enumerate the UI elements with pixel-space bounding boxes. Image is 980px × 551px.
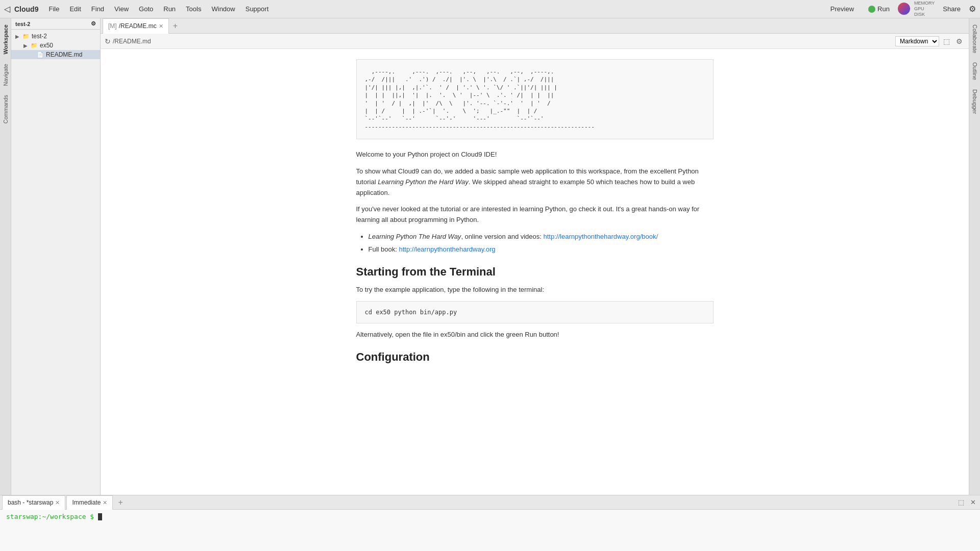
bottom-tab-add-button[interactable]: + (114, 495, 127, 510)
bottom-tab-immediate-label: Immediate (72, 499, 101, 506)
filetree-header: test-2 ⚙ (11, 18, 100, 30)
share-button[interactable]: Share (939, 3, 965, 15)
right-icons: MEMORY GPU DISK Share ⚙ (898, 1, 976, 17)
heading-config: Configuration (356, 350, 714, 364)
sidebar-tab-commands[interactable]: Commands (2, 91, 10, 128)
menu-file[interactable]: File (44, 3, 63, 15)
alternatively-text: Alternatively, open the file in ex50/bin… (356, 330, 714, 340)
terminal-cursor (98, 513, 102, 520)
menu-goto[interactable]: Goto (135, 3, 157, 15)
bottom-tab-bash-close[interactable]: ✕ (55, 499, 60, 506)
editor-tab-readme[interactable]: [M] /README.mc ✕ (103, 18, 169, 34)
sidebar-tab-workspace[interactable]: Workspace (2, 20, 10, 59)
tree-label-ex50: ex50 (40, 42, 53, 49)
intro-paragraph: Welcome to your Python project on Cloud9… (356, 149, 714, 160)
editor-area: [M] /README.mc ✕ + ↻ /README.md Markdown… (101, 18, 969, 495)
collapse-icon[interactable]: ◁ (4, 4, 10, 14)
tree-item-readme[interactable]: 📄 README.md (11, 50, 100, 59)
mode-select[interactable]: Markdown (895, 36, 939, 46)
left-sidebar-tabs: Workspace Navigate Commands (0, 18, 11, 495)
tree-item-ex50[interactable]: ▶ 📁 ex50 (11, 41, 100, 50)
terminal-content[interactable]: starswap:~/workspace $ (0, 510, 980, 551)
link-book[interactable]: http://learnpythonthehardway.org/book/ (544, 233, 658, 240)
menu-tools[interactable]: Tools (182, 3, 205, 15)
run-circle-icon (868, 6, 875, 13)
sidebar-tab-collaborate[interactable]: Collaborate (971, 20, 979, 57)
refresh-button[interactable]: ↻ (105, 37, 111, 45)
file-tree: test-2 ⚙ ▶ 📁 test-2 ▶ 📁 ex50 📄 README.md (11, 18, 101, 495)
bottom-tab-bash[interactable]: bash - *starswap ✕ (2, 495, 65, 510)
body-paragraph-2: If you've never looked at the tutorial o… (356, 204, 714, 226)
markdown-content: ,----,. ,---. ,---. ,--, ,--. ,--, ,----… (356, 59, 714, 364)
filetree-content: ▶ 📁 test-2 ▶ 📁 ex50 📄 README.md (11, 30, 100, 495)
code-block: cd ex50 python bin/app.py (356, 301, 714, 323)
file-icon-readme: 📄 (37, 52, 44, 58)
settings-gear-icon[interactable]: ⚙ (969, 4, 976, 14)
tab-close-button[interactable]: ✕ (159, 23, 163, 30)
ascii-art-block: ,----,. ,---. ,---. ,--, ,--. ,--, ,----… (356, 59, 714, 139)
bottom-tab-immediate[interactable]: Immediate ✕ (66, 495, 113, 510)
terminal-intro: To try the example application, type the… (356, 285, 714, 295)
menu-find[interactable]: Find (87, 3, 108, 15)
list-item-online: Learning Python The Hard Way, online ver… (369, 232, 714, 242)
resources-list: Learning Python The Hard Way, online ver… (369, 232, 714, 255)
external-link-icon[interactable]: ⬚ (941, 37, 952, 45)
tab-filename: /README.mc (119, 22, 157, 30)
terminal-prompt: starswap:~/workspace $ (6, 513, 94, 520)
tab-add-button[interactable]: + (169, 18, 182, 34)
menu-view[interactable]: View (110, 3, 133, 15)
tree-arrow-workspace: ▶ (15, 34, 20, 39)
list-item-fullbook: Full book: http://learnpythonthehardway.… (369, 244, 714, 255)
link-fullbook[interactable]: http://learnpythonthehardway.org (399, 245, 495, 253)
right-sidebar-tabs: Collaborate Outline Debugger (969, 18, 980, 495)
bottom-tab-bar: bash - *starswap ✕ Immediate ✕ + ⬚ ✕ (0, 495, 980, 510)
sidebar-tab-outline[interactable]: Outline (971, 58, 979, 84)
tree-label-test2: test-2 (32, 33, 47, 40)
editor-tab-bar: [M] /README.mc ✕ + (101, 18, 969, 34)
app-logo: Cloud9 (14, 5, 38, 13)
memory-indicator: MEMORY GPU DISK (914, 1, 935, 17)
file-path: /README.md (113, 38, 151, 45)
preview-button[interactable]: Preview (824, 3, 860, 15)
close-panel-icon[interactable]: ✕ (968, 498, 978, 506)
filetree-settings-icon[interactable]: ⚙ (91, 20, 96, 27)
bottom-tab-bash-label: bash - *starswap (8, 499, 53, 506)
preview-area[interactable]: ,----,. ,---. ,---. ,--, ,--. ,--, ,----… (101, 49, 969, 495)
menu-run[interactable]: Run (159, 3, 180, 15)
bottom-panel-icons: ⬚ ✕ (956, 498, 978, 506)
sidebar-tab-navigate[interactable]: Navigate (2, 60, 10, 90)
menu-window[interactable]: Window (207, 3, 239, 15)
editor-toolbar: ↻ /README.md Markdown ⬚ ⚙ (101, 34, 969, 49)
folder-icon-ex50: 📁 (31, 42, 38, 48)
heading-terminal: Starting from the Terminal (356, 265, 714, 279)
menu-support[interactable]: Support (241, 3, 273, 15)
main-area: Workspace Navigate Commands test-2 ⚙ ▶ 📁… (0, 18, 980, 495)
body-paragraph-1: To show what Cloud9 can do, we added a b… (356, 166, 714, 198)
workspace-label: test-2 (15, 21, 30, 27)
editor-settings-icon[interactable]: ⚙ (954, 37, 965, 45)
avatar[interactable] (898, 3, 910, 15)
tree-item-workspace[interactable]: ▶ 📁 test-2 (11, 32, 100, 41)
tree-arrow-ex50: ▶ (23, 43, 29, 48)
menubar: ◁ Cloud9 File Edit Find View Goto Run To… (0, 0, 980, 18)
sidebar-tab-debugger[interactable]: Debugger (971, 85, 979, 118)
expand-icon[interactable]: ⬚ (956, 498, 966, 506)
bottom-tab-immediate-close[interactable]: ✕ (103, 499, 107, 506)
tree-label-readme: README.md (46, 51, 82, 58)
menu-edit[interactable]: Edit (65, 3, 85, 15)
bottom-panel: bash - *starswap ✕ Immediate ✕ + ⬚ ✕ sta… (0, 495, 980, 551)
folder-icon-test2: 📁 (22, 33, 30, 39)
run-button[interactable]: Run (862, 3, 896, 15)
tab-modified-indicator: [M] (108, 22, 117, 30)
